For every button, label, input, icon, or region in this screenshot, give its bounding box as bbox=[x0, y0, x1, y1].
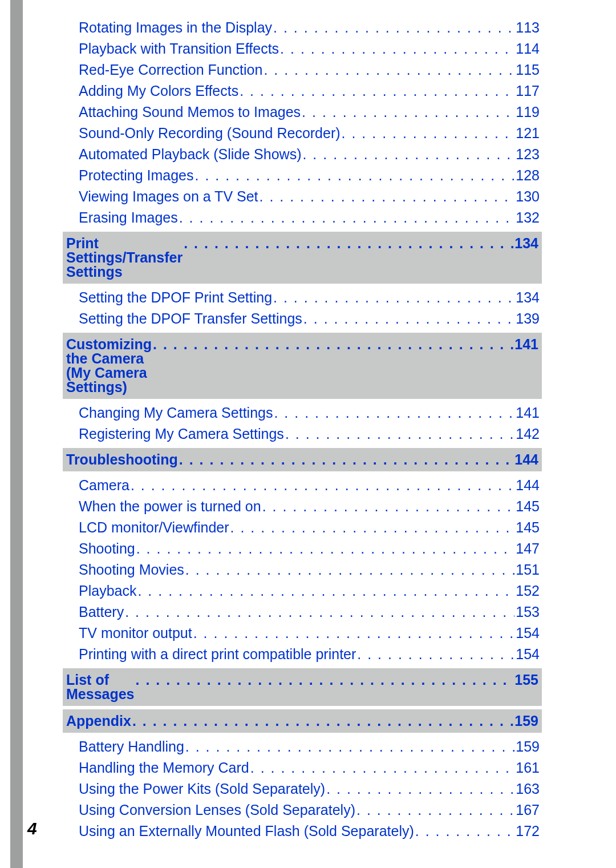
toc-title: Camera bbox=[79, 478, 129, 492]
toc-entry-row[interactable]: Sound-Only Recording (Sound Recorder). .… bbox=[63, 123, 542, 144]
toc-entry-row[interactable]: Playback with Transition Effects. . . . … bbox=[63, 38, 542, 59]
toc-title: Troubleshooting bbox=[66, 453, 178, 467]
toc-page: 115 bbox=[516, 63, 540, 77]
toc-entry-row[interactable]: Adding My Colors Effects. . . . . . . . … bbox=[63, 80, 542, 102]
toc-title: Changing My Camera Settings bbox=[79, 406, 273, 420]
toc-entry-row[interactable]: Setting the DPOF Transfer Settings. . . … bbox=[63, 308, 542, 329]
toc-leader-dots: . . . . . . . . . . . . . . . . . . . . … bbox=[264, 63, 514, 77]
toc-entry-row[interactable]: Setting the DPOF Print Setting. . . . . … bbox=[63, 287, 542, 308]
toc-leader-dots: . . . . . . . . . . . . . . . . . . . . … bbox=[153, 337, 513, 352]
toc-leader-dots: . . . . . . . . . . . . . . . . . . . . … bbox=[185, 563, 514, 577]
table-of-contents: Rotating Images in the Display. . . . . … bbox=[63, 17, 542, 842]
toc-entry-row[interactable]: Attaching Sound Memos to Images. . . . .… bbox=[63, 102, 542, 123]
toc-page: 142 bbox=[516, 427, 540, 441]
toc-title: Appendix bbox=[66, 714, 131, 728]
toc-entry-row[interactable]: Battery Handling. . . . . . . . . . . . … bbox=[63, 736, 542, 757]
toc-section-row[interactable]: Customizing the Camera (My Camera Settin… bbox=[63, 333, 542, 399]
toc-page: 141 bbox=[516, 406, 540, 420]
toc-entry-row[interactable]: Red-Eye Correction Function. . . . . . .… bbox=[63, 59, 542, 80]
toc-title: Adding My Colors Effects bbox=[79, 84, 238, 98]
toc-page: 123 bbox=[516, 147, 540, 162]
toc-entry-row[interactable]: Using Conversion Lenses (Sold Separately… bbox=[63, 800, 542, 821]
toc-entry-row[interactable]: Viewing Images on a TV Set. . . . . . . … bbox=[63, 186, 542, 207]
toc-leader-dots: . . . . . . . . . . . . . . . . . . . . … bbox=[280, 42, 514, 56]
toc-leader-dots: . . . . . . . . . . . . . . . . . . . . … bbox=[193, 626, 515, 640]
toc-title: LCD monitor/Viewfinder bbox=[79, 520, 229, 535]
toc-leader-dots: . . . . . . . . . . . . . . . . . . . . … bbox=[302, 147, 514, 162]
toc-title: Setting the DPOF Transfer Settings bbox=[79, 312, 302, 326]
toc-title: When the power is turned on bbox=[79, 499, 261, 514]
toc-title: Rotating Images in the Display bbox=[79, 21, 272, 35]
toc-leader-dots: . . . . . . . . . . . . . . . . . . . . … bbox=[262, 499, 515, 514]
toc-title: Registering My Camera Settings bbox=[79, 427, 284, 441]
toc-entry-row[interactable]: Camera. . . . . . . . . . . . . . . . . … bbox=[63, 475, 542, 496]
toc-entry-row[interactable]: Using an Externally Mounted Flash (Sold … bbox=[63, 821, 542, 842]
toc-title: Using the Power Kits (Sold Separately) bbox=[79, 782, 325, 796]
document-page: Rotating Images in the Display. . . . . … bbox=[0, 0, 616, 868]
toc-leader-dots: . . . . . . . . . . . . . . . . . . . . … bbox=[184, 236, 513, 251]
toc-leader-dots: . . . . . . . . . . . . . . . . . . . . … bbox=[357, 647, 514, 661]
toc-leader-dots: . . . . . . . . . . . . . . . . . . . . … bbox=[179, 211, 515, 225]
toc-page: 119 bbox=[516, 105, 540, 119]
toc-leader-dots: . . . . . . . . . . . . . . . . . . . . … bbox=[195, 168, 515, 183]
toc-title: Using an Externally Mounted Flash (Sold … bbox=[79, 824, 414, 838]
toc-entry-row[interactable]: Handling the Memory Card. . . . . . . . … bbox=[63, 757, 542, 778]
toc-title: Customizing the Camera (My Camera Settin… bbox=[66, 337, 152, 394]
toc-page: 114 bbox=[516, 42, 540, 56]
toc-entry-row[interactable]: Automated Playback (Slide Shows). . . . … bbox=[63, 144, 542, 165]
toc-page: 134 bbox=[516, 290, 540, 305]
toc-page: 128 bbox=[516, 168, 540, 183]
toc-page: 134 bbox=[514, 236, 538, 251]
toc-page: 154 bbox=[516, 647, 540, 661]
toc-page: 130 bbox=[516, 189, 540, 204]
toc-title: Handling the Memory Card bbox=[79, 761, 249, 775]
toc-leader-dots: . . . . . . . . . . . . . . . . . . . . … bbox=[125, 605, 514, 619]
toc-page: 154 bbox=[516, 626, 540, 640]
left-margin-bar bbox=[10, 0, 23, 868]
toc-page: 159 bbox=[516, 740, 540, 754]
toc-entry-row[interactable]: Changing My Camera Settings. . . . . . .… bbox=[63, 402, 542, 423]
toc-page: 144 bbox=[514, 453, 538, 467]
toc-page: 152 bbox=[516, 584, 540, 598]
toc-leader-dots: . . . . . . . . . . . . . . . . . . . . … bbox=[356, 803, 514, 817]
toc-page: 161 bbox=[516, 761, 540, 775]
toc-title: Automated Playback (Slide Shows) bbox=[79, 147, 301, 162]
toc-title: Battery Handling bbox=[79, 740, 184, 754]
toc-entry-row[interactable]: Battery. . . . . . . . . . . . . . . . .… bbox=[63, 601, 542, 623]
toc-section-row[interactable]: Appendix. . . . . . . . . . . . . . . . … bbox=[63, 709, 542, 733]
toc-section-row[interactable]: Print Settings/Transfer Settings. . . . … bbox=[63, 232, 542, 284]
toc-leader-dots: . . . . . . . . . . . . . . . . . . . . … bbox=[179, 453, 513, 467]
toc-entry-row[interactable]: Using the Power Kits (Sold Separately). … bbox=[63, 778, 542, 800]
toc-entry-row[interactable]: TV monitor output. . . . . . . . . . . .… bbox=[63, 623, 542, 644]
toc-leader-dots: . . . . . . . . . . . . . . . . . . . . … bbox=[302, 105, 514, 119]
toc-page: 113 bbox=[516, 21, 540, 35]
toc-entry-row[interactable]: Registering My Camera Settings. . . . . … bbox=[63, 423, 542, 445]
toc-entry-row[interactable]: Protecting Images. . . . . . . . . . . .… bbox=[63, 165, 542, 186]
toc-title: Viewing Images on a TV Set bbox=[79, 189, 258, 204]
toc-page: 151 bbox=[516, 563, 540, 577]
toc-title: Red-Eye Correction Function bbox=[79, 63, 262, 77]
toc-section-row[interactable]: List of Messages. . . . . . . . . . . . … bbox=[63, 668, 542, 706]
toc-entry-row[interactable]: Playback. . . . . . . . . . . . . . . . … bbox=[63, 580, 542, 601]
toc-page: 145 bbox=[516, 520, 540, 535]
toc-entry-row[interactable]: Rotating Images in the Display. . . . . … bbox=[63, 17, 542, 38]
toc-leader-dots: . . . . . . . . . . . . . . . . . . . . … bbox=[250, 761, 515, 775]
toc-title: List of Messages bbox=[66, 673, 135, 701]
toc-title: Attaching Sound Memos to Images bbox=[79, 105, 301, 119]
toc-section-row[interactable]: Troubleshooting. . . . . . . . . . . . .… bbox=[63, 448, 542, 471]
toc-page: 132 bbox=[516, 211, 540, 225]
toc-entry-row[interactable]: Shooting Movies. . . . . . . . . . . . .… bbox=[63, 559, 542, 580]
toc-entry-row[interactable]: When the power is turned on. . . . . . .… bbox=[63, 496, 542, 517]
toc-page: 167 bbox=[516, 803, 540, 817]
toc-leader-dots: . . . . . . . . . . . . . . . . . . . . … bbox=[131, 478, 514, 492]
toc-leader-dots: . . . . . . . . . . . . . . . . . . . . … bbox=[132, 714, 513, 728]
toc-page: 163 bbox=[516, 782, 540, 796]
toc-entry-row[interactable]: Printing with a direct print compatible … bbox=[63, 644, 542, 665]
toc-leader-dots: . . . . . . . . . . . . . . . . . . . . … bbox=[230, 520, 515, 535]
toc-entry-row[interactable]: Shooting. . . . . . . . . . . . . . . . … bbox=[63, 538, 542, 559]
toc-entry-row[interactable]: Erasing Images. . . . . . . . . . . . . … bbox=[63, 207, 542, 228]
toc-page: 144 bbox=[516, 478, 540, 492]
toc-title: Shooting Movies bbox=[79, 563, 184, 577]
toc-leader-dots: . . . . . . . . . . . . . . . . . . . . … bbox=[326, 782, 514, 796]
toc-entry-row[interactable]: LCD monitor/Viewfinder. . . . . . . . . … bbox=[63, 517, 542, 538]
